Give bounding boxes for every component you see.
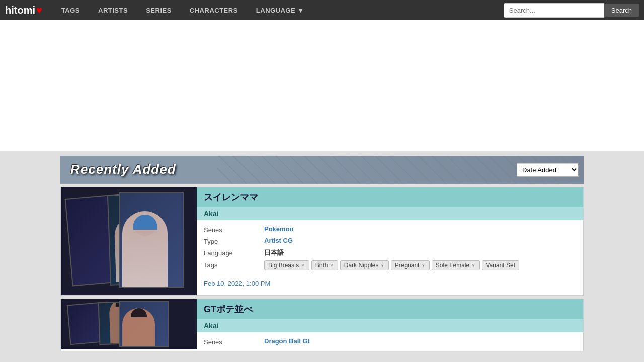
- tag-pregnant[interactable]: Pregnant ♀: [391, 260, 430, 270]
- logo-text: hitomi: [5, 5, 35, 16]
- gallery-entry-1: スイレンママ Akai Series Pokemon Type Artist C…: [60, 187, 584, 296]
- series-value[interactable]: Pokemon: [264, 225, 576, 234]
- entry-artist-2[interactable]: Akai: [197, 319, 583, 332]
- language-value[interactable]: 日本語: [264, 248, 576, 257]
- char2-hair-front: [131, 308, 147, 317]
- nav-link-characters[interactable]: CHARACTERS: [181, 0, 247, 20]
- series-label: Series: [204, 225, 264, 234]
- language-label: Language: [204, 248, 264, 257]
- nav-link-artists[interactable]: ARTISTS: [89, 0, 137, 20]
- ad-area: [0, 20, 644, 151]
- logo[interactable]: hitomi♥: [5, 5, 42, 16]
- thumb-front: [119, 192, 184, 288]
- tag-variant-set[interactable]: Variant Set: [482, 260, 519, 270]
- char-body: [122, 211, 168, 287]
- entry-meta-2: Series Dragon Ball Gt: [197, 332, 583, 351]
- search-area: Search: [504, 3, 639, 18]
- nav-link-tags[interactable]: TAGS: [52, 0, 89, 20]
- thumb2-front: [119, 301, 169, 347]
- thumbnail-area-2[interactable]: [61, 299, 197, 349]
- thumb-stack-2: [68, 301, 189, 348]
- entry-artist-1[interactable]: Akai: [197, 207, 583, 220]
- entry-meta-1: Series Pokemon Type Artist CG Language 日…: [197, 220, 583, 276]
- tag-big-breasts[interactable]: Big Breasts ♀: [264, 260, 309, 270]
- entry-info-2: GTポテ並べ Akai Series Dragon Ball Gt: [197, 299, 583, 351]
- char2-head-front: [131, 310, 146, 325]
- tag-dark-nipples[interactable]: Dark Nipples ♀: [340, 260, 389, 270]
- nav-links: TAGS ARTISTS SERIES CHARACTERS LANGUAGE …: [52, 0, 313, 20]
- series-value-2[interactable]: Dragon Ball Gt: [264, 337, 576, 346]
- series-label-2: Series: [204, 337, 264, 346]
- type-label: Type: [204, 237, 264, 245]
- search-button[interactable]: Search: [604, 4, 639, 17]
- char-hair-2: [133, 215, 157, 230]
- tags-container-1: Big Breasts ♀ Birth ♀ Dark Nipples ♀ Pre…: [264, 260, 576, 270]
- tag-birth[interactable]: Birth ♀: [311, 260, 338, 270]
- main-content: Recently Added Date Added Date Today Pop…: [60, 156, 584, 351]
- gallery-entry-2: GTポテ並べ Akai Series Dragon Ball Gt: [60, 299, 584, 351]
- nav-link-series[interactable]: SERIES: [137, 0, 181, 20]
- recently-added-title: Recently Added: [70, 162, 176, 177]
- thumbnail-area-1[interactable]: [61, 187, 197, 295]
- sort-select[interactable]: Date Added Date Today Popular: Today Pop…: [517, 163, 579, 176]
- entry-info-1: スイレンママ Akai Series Pokemon Type Artist C…: [197, 187, 583, 295]
- tag-sole-female[interactable]: Sole Female ♀: [432, 260, 480, 270]
- thumb-stack-1: [68, 192, 189, 290]
- logo-heart: ♥: [36, 5, 42, 16]
- entry-date-1: Feb 10, 2022, 1:00 PM: [197, 276, 583, 291]
- char2-body-front: [122, 308, 155, 346]
- entry-title-2[interactable]: GTポテ並べ: [197, 299, 583, 319]
- entry-title-1[interactable]: スイレンママ: [197, 187, 583, 207]
- recently-added-banner: Recently Added Date Added Date Today Pop…: [60, 156, 584, 184]
- nav-link-language[interactable]: LANGUAGE ▼: [247, 0, 313, 20]
- search-input[interactable]: [504, 3, 604, 18]
- navbar: hitomi♥ TAGS ARTISTS SERIES CHARACTERS L…: [0, 0, 644, 20]
- tags-label: Tags: [204, 260, 264, 270]
- char-head-2: [134, 214, 156, 236]
- type-value[interactable]: Artist CG: [264, 237, 576, 245]
